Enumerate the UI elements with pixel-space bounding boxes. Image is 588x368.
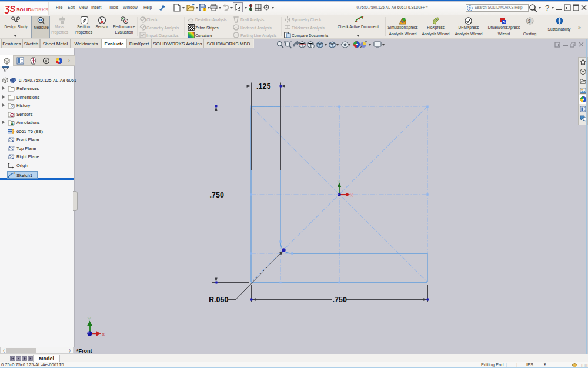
svg-text:.750: .750 bbox=[333, 296, 347, 304]
svg-text:X: X bbox=[102, 331, 106, 337]
svg-text:.750: .750 bbox=[210, 191, 224, 199]
svg-text:R.050: R.050 bbox=[209, 296, 228, 304]
svg-text:.125: .125 bbox=[256, 82, 270, 91]
svg-text:X: X bbox=[350, 192, 353, 198]
svg-text:Y: Y bbox=[88, 316, 92, 322]
